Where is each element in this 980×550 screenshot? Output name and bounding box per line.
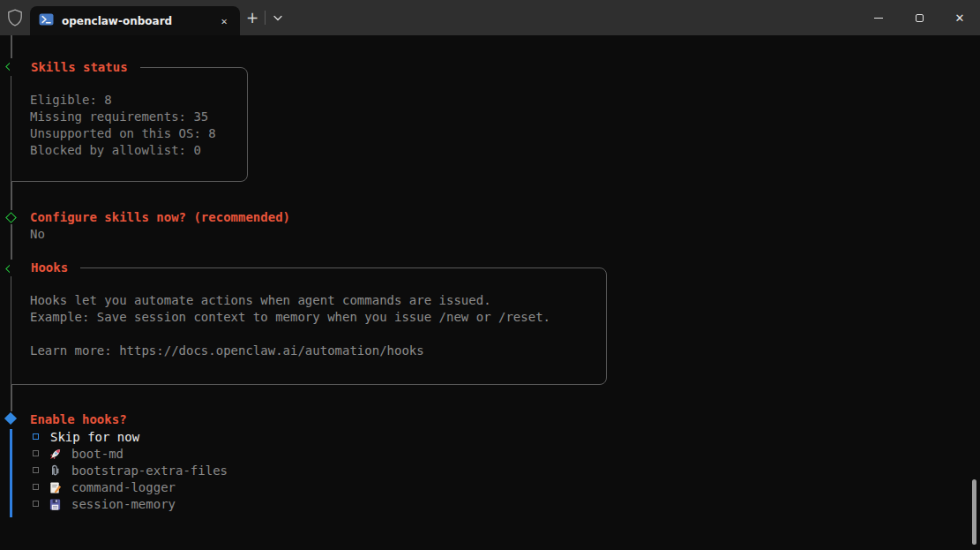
checkbox-icon[interactable] [33,484,39,490]
terminal-content: Skills status Eligible: 8 Missing requir… [0,35,980,550]
hooks-title: Hooks [10,260,80,276]
hooks-info-box: Hooks Hooks let you automate actions whe… [11,267,607,385]
minimize-button[interactable] [858,0,899,35]
skills-status-line: Unsupported on this OS: 8 [30,125,247,142]
scrollbar-thumb[interactable] [972,479,976,545]
checkbox-icon[interactable] [33,467,39,473]
active-step-rail [10,429,12,517]
hook-option-label[interactable]: bootstrap-extra-files [71,463,228,479]
skills-status-line: Blocked by allowlist: 0 [30,142,247,159]
configure-skills-answer: No [30,226,45,243]
titlebar-drag-area [290,0,858,35]
tab-title: openclaw-onboard [62,15,213,27]
hook-option-session-memory[interactable]: session-memory [26,496,362,513]
checkbox-icon[interactable] [33,450,39,456]
floppy-icon [49,498,62,511]
rocket-icon [49,448,62,461]
hook-option-bootstrap-extra-files[interactable]: bootstrap-extra-files [26,463,362,479]
checkbox-icon[interactable] [33,433,39,440]
skills-status-box: Skills status Eligible: 8 Missing requir… [11,67,248,182]
powershell-icon [39,12,54,29]
hooks-description-line: Example: Save session context to memory … [30,309,606,326]
terminal-tab[interactable]: openclaw-onboard ✕ [30,6,240,35]
minimize-icon [874,18,883,19]
hooks-learn-more-link[interactable]: Learn more: https://docs.openclaw.ai/aut… [30,343,606,359]
skills-status-title: Skills status [10,59,140,76]
step-diamond-icon [5,212,17,223]
admin-shield-icon [0,0,30,35]
step-rail [11,385,12,411]
active-step-diamond-icon [4,412,17,425]
tab-dropdown-button[interactable] [266,0,290,35]
maximize-icon [916,14,924,22]
tab-close-icon[interactable]: ✕ [213,11,235,32]
configure-skills-question: Configure skills now? (recommended) [30,209,290,226]
hook-option-skip[interactable]: Skip for now [26,429,362,446]
memo-icon [49,481,62,494]
maximize-button[interactable] [899,0,939,35]
hooks-description-line: Hooks let you automate actions when agen… [30,292,606,309]
hook-option-boot-md[interactable]: boot-md [26,446,362,463]
paperclip-icon [49,464,62,478]
hook-option-label[interactable]: command-logger [71,479,176,496]
hooks-description-spacer [30,326,606,343]
hook-option-label[interactable]: boot-md [71,446,123,463]
close-button[interactable]: ✕ [939,0,980,35]
hook-option-command-logger[interactable]: command-logger [26,479,362,496]
new-tab-button[interactable]: + [240,0,265,35]
skills-status-line: Missing requirements: 35 [30,109,247,125]
step-rail [11,35,12,58]
hook-option-label[interactable]: session-memory [71,496,176,513]
enable-hooks-question: Enable hooks? [30,411,127,428]
checkbox-icon[interactable] [33,501,39,507]
chevron-down-icon [273,15,282,21]
step-rail [11,182,12,210]
title-bar: openclaw-onboard ✕ + ✕ [0,0,980,35]
skills-status-line: Eligible: 8 [30,92,247,109]
terminal-window: openclaw-onboard ✕ + ✕ Skills status Eli… [0,0,980,550]
hook-option-label[interactable]: Skip for now [50,429,139,446]
